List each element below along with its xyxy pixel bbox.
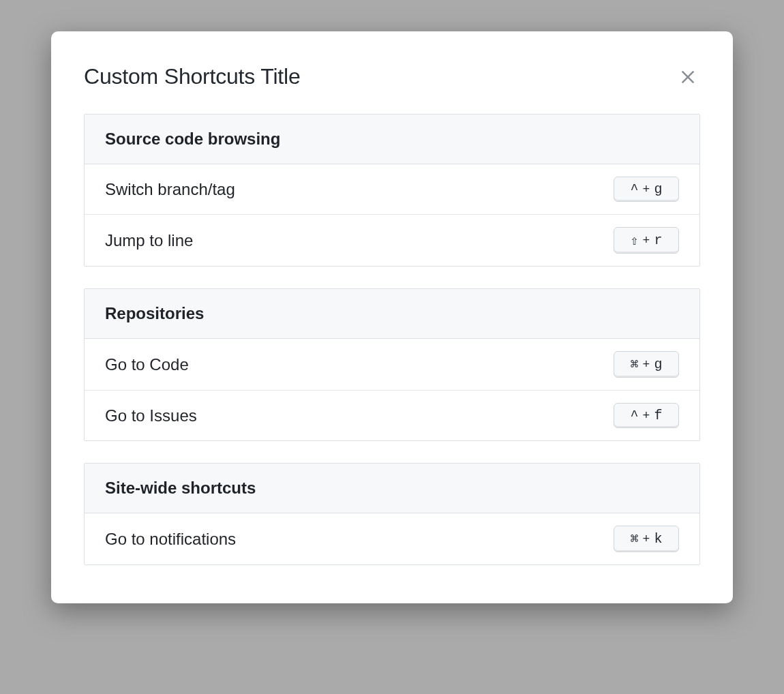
modifier-key: ⌘: [631, 356, 639, 373]
shortcut-row: Go to Code ⌘ + g: [85, 339, 699, 391]
modifier-key: ^: [631, 408, 639, 423]
shortcut-key: k: [654, 531, 662, 547]
shortcut-label: Go to Code: [105, 355, 189, 374]
shortcut-label: Go to Issues: [105, 406, 197, 425]
shortcut-key: f: [654, 408, 662, 423]
shortcut-row: Go to notifications ⌘ + k: [85, 513, 699, 564]
shortcut-label: Jump to line: [105, 231, 193, 250]
modifier-key: ⇧: [631, 232, 639, 249]
keyboard-shortcut: ⇧ + r: [614, 227, 679, 254]
shortcut-row: Go to Issues ^ + f: [85, 391, 699, 440]
shortcut-group-site-wide-shortcuts: Site-wide shortcuts Go to notifications …: [84, 463, 700, 565]
modifier-key: ⌘: [631, 530, 639, 547]
shortcut-group-repositories: Repositories Go to Code ⌘ + g Go to Issu…: [84, 288, 700, 441]
key-separator: +: [643, 183, 650, 196]
keyboard-shortcut: ⌘ + k: [614, 526, 679, 552]
key-separator: +: [643, 234, 650, 247]
modal-title: Custom Shortcuts Title: [84, 64, 301, 89]
keyboard-shortcut: ^ + f: [614, 403, 679, 428]
close-icon: [679, 68, 697, 86]
modal-header: Custom Shortcuts Title: [84, 64, 700, 89]
shortcut-key: g: [654, 357, 662, 372]
keyboard-shortcut: ⌘ + g: [614, 351, 679, 378]
key-separator: +: [643, 532, 650, 546]
close-button[interactable]: [676, 65, 700, 89]
group-header: Site-wide shortcuts: [85, 464, 699, 513]
shortcut-row: Jump to line ⇧ + r: [85, 215, 699, 266]
key-separator: +: [643, 409, 650, 423]
shortcuts-modal: Custom Shortcuts Title Source code brows…: [51, 31, 733, 603]
shortcut-label: Go to notifications: [105, 530, 236, 549]
group-header: Source code browsing: [85, 115, 699, 164]
modifier-key: ^: [631, 181, 639, 197]
shortcut-label: Switch branch/tag: [105, 180, 235, 199]
keyboard-shortcut: ^ + g: [614, 177, 679, 202]
shortcut-group-source-code-browsing: Source code browsing Switch branch/tag ^…: [84, 114, 700, 267]
shortcut-key: r: [654, 232, 662, 248]
key-separator: +: [643, 358, 650, 372]
group-header: Repositories: [85, 289, 699, 339]
shortcut-row: Switch branch/tag ^ + g: [85, 164, 699, 215]
shortcut-key: g: [654, 181, 662, 197]
